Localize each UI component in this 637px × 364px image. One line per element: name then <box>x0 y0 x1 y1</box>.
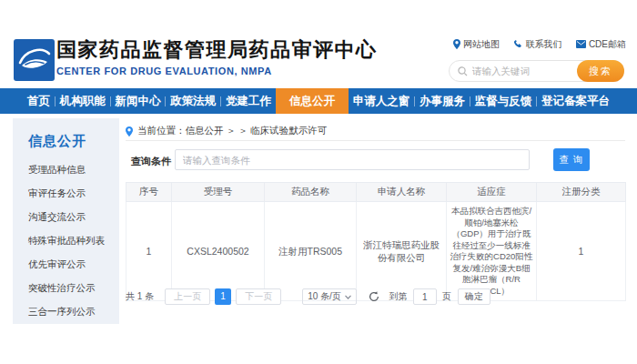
table-header-row: 序号 受理号 药品名称 申请人名称 适应症 注册分类 <box>126 183 626 202</box>
nav-divider <box>55 96 56 106</box>
mail-icon <box>576 40 586 50</box>
sidebar-list: 受理品种信息 审评任务公示 沟通交流公示 特殊审批品种列表 优先审评公示 突破性… <box>28 165 110 317</box>
col-header-drug-name: 药品名称 <box>265 183 357 202</box>
page-1-button[interactable]: 1 <box>215 288 231 305</box>
sitemap-link[interactable]: 网站地图 <box>453 38 500 51</box>
header-search-button[interactable]: 搜索 <box>577 60 624 82</box>
nav-item-policy[interactable]: 政策法规 <box>167 88 219 114</box>
site-title-block: 国家药品监督管理局药品审评中心 CENTER FOR DRUG EVALUATI… <box>56 38 378 76</box>
header-search: 搜索 <box>449 60 624 82</box>
sidebar-item-breakthrough-therapy[interactable]: 突破性治疗公示 <box>28 283 110 293</box>
results-table: 序号 受理号 药品名称 申请人名称 适应症 注册分类 1 CXSL2400502… <box>126 182 626 301</box>
page: 国家药品监督管理局药品审评中心 CENTER FOR DRUG EVALUATI… <box>0 0 637 364</box>
location-pin-icon <box>453 39 460 51</box>
pagination: 共 1 条 上一页 1 下一页 10 条/页 到第 页 确定 <box>126 288 625 305</box>
main-nav: 首页 机构职能 新闻中心 政策法规 党建工作 信息公开 申请人之窗 办事服务 监… <box>0 88 637 114</box>
col-header-index: 序号 <box>126 183 172 202</box>
nav-divider <box>165 96 166 106</box>
table-row: 1 CXSL2400502 注射用TRS005 浙江特瑞思药业股份有限公司 本品… <box>126 202 626 301</box>
sidebar-item-priority-review[interactable]: 优先审评公示 <box>28 259 110 269</box>
next-page-button[interactable]: 下一页 <box>236 288 281 305</box>
site-subtitle: CENTER FOR DRUG EVALUATION, NMPA <box>56 66 378 76</box>
phone-icon <box>513 39 522 50</box>
confirm-button[interactable]: 确定 <box>458 288 490 305</box>
breadcrumb-text: 当前位置：信息公开 ＞ ＞ 临床试验默示许可 <box>137 125 327 137</box>
prev-page-button[interactable]: 上一页 <box>165 288 210 305</box>
quick-links: 网站地图 联系我们 CDE邮箱 <box>453 38 626 51</box>
nav-divider <box>414 96 415 106</box>
nav-divider <box>220 96 221 106</box>
nav-divider <box>110 96 111 106</box>
cde-logo <box>14 39 55 81</box>
mailbox-label: CDE邮箱 <box>589 38 626 51</box>
col-header-applicant: 申请人名称 <box>357 183 447 202</box>
sitemap-label: 网站地图 <box>463 38 500 51</box>
pagination-total: 共 1 条 <box>126 290 154 303</box>
nav-item-applicant-window[interactable]: 申请人之窗 <box>349 88 414 114</box>
cde-logo-icon <box>14 39 55 81</box>
contact-link[interactable]: 联系我们 <box>513 38 561 51</box>
sidebar-item-review-tasks[interactable]: 审评任务公示 <box>28 188 110 198</box>
page-size-value: 10 条/页 <box>308 289 341 304</box>
nav-item-party[interactable]: 党建工作 <box>222 88 275 114</box>
sidebar-item-communication[interactable]: 沟通交流公示 <box>28 212 110 222</box>
col-header-acceptance-no: 受理号 <box>172 183 265 202</box>
page-size-select[interactable]: 10 条/页 <box>302 288 357 305</box>
col-header-registration-class: 注册分类 <box>537 183 626 202</box>
jump-page-input[interactable] <box>413 288 437 305</box>
location-pin-icon <box>126 126 133 136</box>
nav-divider <box>536 96 537 106</box>
nav-item-services[interactable]: 办事服务 <box>416 88 469 114</box>
sidebar-item-special-approval-list[interactable]: 特殊审批品种列表 <box>28 236 110 246</box>
nav-item-news[interactable]: 新闻中心 <box>112 88 165 114</box>
cell-acceptance-no: CXSL2400502 <box>172 202 265 301</box>
cell-registration-class: 1 <box>537 202 626 301</box>
sidebar-item-three-in-one[interactable]: 三合一序列公示 <box>28 307 110 317</box>
query-input[interactable] <box>175 149 530 170</box>
nav-divider <box>470 96 470 106</box>
chevron-down-icon <box>345 295 351 299</box>
query-button[interactable]: 查 询 <box>553 148 590 171</box>
nav-item-supervision-feedback[interactable]: 监督与反馈 <box>471 88 536 114</box>
query-form: 查询条件： 查 询 <box>126 148 625 172</box>
sidebar: 信息公开 受理品种信息 审评任务公示 沟通交流公示 特殊审批品种列表 优先审评公… <box>13 118 119 324</box>
site-title: 国家药品监督管理局药品审评中心 <box>56 38 378 62</box>
cell-drug-name: 注射用TRS005 <box>265 202 357 301</box>
cell-applicant: 浙江特瑞思药业股份有限公司 <box>357 202 447 301</box>
query-label: 查询条件： <box>131 155 181 168</box>
nav-item-registration-platform[interactable]: 登记备案平台 <box>538 88 613 114</box>
nav-item-organization[interactable]: 机构职能 <box>56 88 109 114</box>
mailbox-link[interactable]: CDE邮箱 <box>576 38 626 51</box>
sidebar-title: 信息公开 <box>28 133 110 150</box>
breadcrumb: 当前位置：信息公开 ＞ ＞ 临床试验默示许可 <box>126 122 625 141</box>
jump-to-label: 到第 <box>389 290 408 303</box>
cell-indication: 本品拟联合吉西他滨/顺铂/地塞米松（GDP）用于治疗既往经过至少一线标准治疗失败… <box>447 202 537 301</box>
jump-unit-label: 页 <box>442 290 451 303</box>
nav-item-home[interactable]: 首页 <box>24 88 54 114</box>
nav-item-info-disclosure[interactable]: 信息公开 <box>276 88 349 114</box>
contact-label: 联系我们 <box>525 38 561 51</box>
col-header-indication: 适应症 <box>447 183 537 202</box>
sidebar-item-accepted-varieties[interactable]: 受理品种信息 <box>28 165 110 175</box>
refresh-icon[interactable] <box>369 291 379 302</box>
search-icon <box>458 66 468 76</box>
cell-index: 1 <box>126 202 172 301</box>
